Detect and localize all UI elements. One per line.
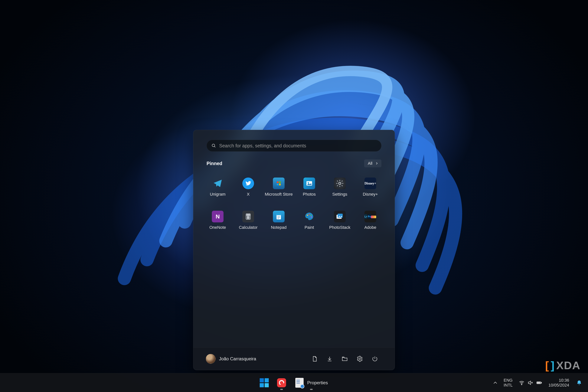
app-microsoft-store[interactable]: Microsoft Store [264,171,294,203]
file-explorer-button[interactable] [338,352,351,366]
svg-rect-4 [277,184,278,186]
notepad-icon [273,211,284,222]
bell-icon [576,380,582,386]
disney-plus-icon: Disney+ [364,178,376,189]
svg-point-31 [359,358,361,360]
quick-settings-button[interactable] [516,378,545,388]
app-label: Notepad [271,225,286,230]
app-calculator[interactable]: Calculator [233,204,264,236]
svg-point-13 [249,216,249,217]
language-line1: ENG [504,378,512,382]
x-twitter-icon [242,178,254,189]
start-search-box[interactable] [206,140,382,152]
start-button[interactable] [256,374,272,391]
taskbar: Properties ENG INTL 10:36 10/05/2024 [0,373,588,392]
app-notepad[interactable]: Notepad [264,204,294,236]
taskbar-app-vivaldi[interactable] [273,374,290,391]
svg-point-15 [248,217,248,218]
app-photos[interactable]: Photos [294,171,324,203]
clock-button[interactable]: 10:36 10/05/2024 [546,376,572,389]
app-photostack[interactable]: PhotoStack [324,204,355,236]
taskbar-system-tray: ENG INTL 10:36 10/05/2024 [490,373,586,392]
app-paint[interactable]: Paint [294,204,324,236]
app-unigram[interactable]: Unigram [202,171,233,203]
pinned-apps-grid: Unigram X Microsoft Store Photos Setting [202,171,386,236]
svg-point-28 [311,216,312,218]
taskbar-center: Properties [256,374,332,391]
svg-point-32 [521,384,522,385]
photostack-icon [334,211,346,222]
start-search-input[interactable] [219,143,377,148]
app-label: X [247,192,250,197]
microsoft-store-icon [273,178,284,189]
app-label: Paint [304,225,314,230]
svg-rect-3 [279,182,281,183]
svg-point-12 [248,216,248,217]
settings-button[interactable] [353,352,366,366]
vivaldi-icon [277,378,286,388]
taskbar-app-properties[interactable]: Properties [290,374,332,391]
language-line2: INTL [504,383,512,388]
app-label: Unigram [210,192,226,197]
gear-icon [356,356,363,362]
app-onenote[interactable]: N OneNote [202,204,233,236]
downloads-button[interactable] [323,352,336,366]
svg-point-14 [247,217,248,218]
running-indicator [310,389,313,390]
notifications-button[interactable] [572,376,586,389]
app-x[interactable]: X [233,171,264,203]
svg-line-1 [214,146,215,147]
windows-logo-icon [260,378,269,388]
svg-point-0 [212,144,215,146]
app-adobe[interactable]: Lr Ps Adobe [355,204,386,236]
bracket-left-icon: [ [545,359,549,372]
properties-icon [295,378,304,388]
settings-icon [334,178,346,189]
svg-rect-2 [277,182,278,183]
running-indicator [280,389,283,390]
tray-overflow-button[interactable] [490,378,500,388]
svg-point-26 [309,214,310,215]
onenote-icon: N [212,211,224,222]
svg-rect-36 [541,382,542,383]
start-footer-icons [308,352,382,366]
calculator-icon [242,211,254,222]
start-menu: Pinned All Unigram X Microsoft Store [193,130,395,370]
app-label: Adobe [364,225,376,230]
language-indicator[interactable]: ENG INTL [501,376,515,389]
all-apps-button[interactable]: All [364,160,382,167]
power-icon [372,356,378,362]
svg-rect-37 [537,382,540,383]
svg-point-25 [307,215,308,216]
documents-icon [311,356,318,362]
app-disney-plus[interactable]: Disney+ Disney+ [355,171,386,203]
paint-icon [304,211,315,222]
wifi-icon [519,380,525,386]
svg-rect-30 [338,214,343,218]
pinned-header: Pinned All [206,160,382,167]
battery-icon [536,380,542,386]
pinned-label: Pinned [206,161,222,166]
documents-button[interactable] [308,352,321,366]
search-icon [211,143,216,148]
svg-point-27 [310,215,312,216]
svg-rect-21 [276,214,281,215]
user-account-button[interactable]: João Carrasqueira [204,352,258,366]
watermark-text: XDA [556,359,580,372]
app-label: PhotoStack [329,225,350,230]
chevron-right-icon [375,162,378,165]
svg-point-7 [308,182,309,183]
adobe-folder-icon: Lr Ps [364,211,376,222]
svg-point-8 [339,182,341,184]
svg-point-17 [247,218,248,218]
user-name-label: João Carrasqueira [219,356,256,362]
downloads-icon [326,356,333,362]
app-settings[interactable]: Settings [324,171,355,203]
taskbar-item-label: Properties [307,380,328,386]
app-label: Disney+ [363,192,378,197]
all-apps-label: All [368,161,372,166]
power-button[interactable] [368,352,382,366]
unigram-icon [212,178,224,189]
app-label: Microsoft Store [265,192,293,197]
svg-point-19 [249,218,249,218]
